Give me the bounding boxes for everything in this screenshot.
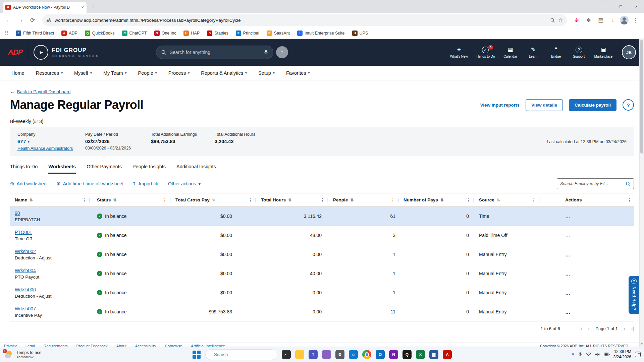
column-menu-icon[interactable]: ⋮ bbox=[627, 197, 632, 203]
marketplace-button[interactable]: ▣ Marketplace bbox=[594, 47, 612, 58]
next-page-button[interactable]: › bbox=[624, 326, 625, 331]
browser-tab[interactable]: A ADP Workforce Now - Payroll D × bbox=[3, 2, 87, 13]
url-bar[interactable]: ☆ bbox=[42, 14, 567, 26]
column-menu-icon[interactable]: ⋮ bbox=[466, 197, 471, 203]
phone-link-icon[interactable] bbox=[322, 350, 331, 359]
back-to-dashboard-link[interactable]: ← Back to Payroll Dashboard bbox=[10, 89, 70, 94]
table-row[interactable]: PTO001Time Off ✓In balance $0.00 48.00 3… bbox=[10, 226, 634, 245]
sort-icon[interactable]: ⇅ bbox=[30, 198, 33, 202]
footer-cobrowse-link[interactable]: Cobrowse bbox=[165, 344, 182, 347]
table-row[interactable]: 90EPIPBATCH ✓In balance $0.00 3,116.42 6… bbox=[10, 207, 634, 226]
nav-myself[interactable]: Myself▾ bbox=[74, 70, 92, 76]
weather-widget[interactable]: 1 Temps to rise Tomorrow bbox=[3, 350, 41, 359]
worksheet-link[interactable]: 90 bbox=[15, 210, 20, 216]
first-page-button[interactable]: |‹ bbox=[579, 326, 582, 331]
worksheet-link[interactable]: Wrksh007 bbox=[15, 306, 36, 311]
excel-icon[interactable]: X bbox=[416, 350, 425, 359]
office-grid-icon[interactable]: ▦ bbox=[429, 350, 438, 359]
tab-people-insights[interactable]: People Insights bbox=[132, 164, 166, 174]
wifi-icon[interactable] bbox=[586, 352, 591, 357]
volume-icon[interactable] bbox=[595, 352, 600, 357]
taskbar-search[interactable] bbox=[205, 349, 277, 360]
footer-ai-link[interactable]: Artificial Intelligence bbox=[191, 344, 225, 347]
nav-reports-analytics[interactable]: Reports & Analytics▾ bbox=[201, 70, 247, 76]
bridge-button[interactable]: ❝ Bridge bbox=[549, 47, 564, 58]
tab-worksheets[interactable]: Worksheets bbox=[48, 164, 76, 174]
nav-people[interactable]: People▾ bbox=[138, 70, 157, 76]
employee-search[interactable] bbox=[557, 178, 634, 189]
learn-button[interactable]: ✎ Learn bbox=[526, 47, 541, 58]
apps-grid-icon[interactable]: ⠿ bbox=[5, 30, 8, 36]
lens-search-icon[interactable] bbox=[550, 18, 555, 23]
column-header-number-of-pays[interactable]: Number of Pays bbox=[404, 197, 438, 202]
chrome-icon[interactable] bbox=[362, 350, 371, 359]
scroll-down-icon[interactable]: ▼ bbox=[640, 343, 644, 346]
footer-requirements-link[interactable]: Requirements bbox=[44, 344, 68, 347]
need-help-tab[interactable]: ? Need Help? bbox=[629, 276, 639, 314]
nav-home[interactable]: Home bbox=[11, 70, 24, 76]
footer-legal-link[interactable]: Legal bbox=[25, 344, 35, 347]
bookmark-adp[interactable]: AADP bbox=[61, 31, 77, 36]
bookmark-quickbooks[interactable]: QQuickBooks bbox=[85, 31, 115, 36]
tab-additional-insights[interactable]: Additional Insights bbox=[176, 164, 216, 174]
close-button[interactable]: × bbox=[629, 0, 644, 13]
column-header-status[interactable]: Status bbox=[97, 197, 111, 202]
bookmark-intuit[interactable]: IIntuit Enterprise Suite bbox=[297, 31, 345, 36]
nav-my-team[interactable]: My Team▾ bbox=[103, 70, 127, 76]
sidebar-icon[interactable]: ▤ bbox=[596, 15, 606, 25]
last-page-button[interactable]: ›| bbox=[631, 326, 634, 331]
url-input[interactable] bbox=[55, 18, 547, 23]
sort-icon[interactable]: ⇅ bbox=[288, 198, 291, 202]
nav-favorites[interactable]: Favorites▾ bbox=[286, 70, 310, 76]
settings-icon[interactable]: ⚙ bbox=[335, 350, 344, 359]
tab-things-to-do[interactable]: Things to Do bbox=[10, 164, 38, 174]
sort-icon[interactable]: ⇅ bbox=[497, 198, 500, 202]
column-menu-icon[interactable]: ⋮ bbox=[320, 197, 325, 203]
nav-setup[interactable]: Setup▾ bbox=[258, 70, 275, 76]
footer-accessibility-link[interactable]: Accessibility bbox=[135, 344, 156, 347]
page-help-button[interactable]: ? bbox=[623, 99, 634, 111]
import-file-button[interactable]: ↥Import file bbox=[132, 181, 159, 187]
paw-extension-icon[interactable]: ❉ bbox=[572, 15, 582, 25]
file-explorer-icon[interactable] bbox=[295, 350, 304, 359]
maximize-button[interactable]: □ bbox=[613, 0, 629, 13]
q-app-icon[interactable]: Q bbox=[402, 350, 412, 359]
column-menu-icon[interactable]: ⋮ bbox=[162, 197, 167, 203]
bookmark-one-inc[interactable]: OOne Inc bbox=[154, 31, 176, 36]
sort-icon[interactable]: ⇅ bbox=[440, 198, 444, 202]
microphone-icon[interactable] bbox=[264, 50, 268, 55]
edge-icon[interactable]: e bbox=[349, 350, 358, 359]
table-row[interactable]: Wrksh007Incentive Pay ✓In balance $99,75… bbox=[10, 302, 634, 321]
footer-product-feedback-link[interactable]: Product Feedback bbox=[76, 344, 107, 347]
bookmark-saasant[interactable]: SSaasAnt bbox=[267, 31, 290, 36]
battery-icon[interactable] bbox=[604, 353, 610, 356]
column-header-source[interactable]: Source bbox=[479, 197, 494, 202]
scrollbar-thumb[interactable] bbox=[640, 40, 643, 154]
prev-page-button[interactable]: ‹ bbox=[588, 326, 589, 331]
profile-icon[interactable] bbox=[620, 16, 629, 24]
search-icon[interactable] bbox=[626, 181, 631, 186]
whats-new-button[interactable]: ✦ What's New bbox=[450, 47, 468, 58]
footer-privacy-link[interactable]: Privacy bbox=[4, 344, 17, 347]
view-details-button[interactable]: View details bbox=[526, 99, 563, 111]
sort-icon[interactable]: ⇅ bbox=[350, 198, 354, 202]
minimize-button[interactable]: – bbox=[598, 0, 613, 13]
bookmark-star-icon[interactable]: ☆ bbox=[558, 17, 563, 23]
add-time-worksheet-button[interactable]: ⊕Add time / time off worksheet bbox=[56, 181, 123, 187]
column-menu-icon[interactable]: ⋮ bbox=[82, 197, 87, 203]
extensions-puzzle-icon[interactable]: ❖ bbox=[584, 15, 594, 25]
column-header-total-hours[interactable]: Total Hours bbox=[261, 197, 286, 202]
search-submit-button[interactable]: ↑ bbox=[276, 46, 288, 58]
employee-search-input[interactable] bbox=[560, 181, 624, 186]
column-menu-icon[interactable]: ⋮ bbox=[531, 197, 536, 203]
tab-other-payments[interactable]: Other Payments bbox=[87, 164, 122, 174]
microphone-icon[interactable] bbox=[578, 352, 582, 357]
calendar-button[interactable]: ▦ Calendar bbox=[503, 47, 518, 58]
teams-icon[interactable]: T bbox=[309, 350, 318, 359]
company-name-link[interactable]: Health Alliance Administrators bbox=[17, 146, 73, 151]
column-header-name[interactable]: Name bbox=[15, 197, 27, 202]
downloads-icon[interactable]: ↓ bbox=[608, 15, 618, 25]
tab-close-icon[interactable]: × bbox=[81, 5, 84, 10]
forward-icon[interactable]: → bbox=[15, 15, 25, 25]
bookmark-hap[interactable]: HHAP bbox=[183, 31, 200, 36]
